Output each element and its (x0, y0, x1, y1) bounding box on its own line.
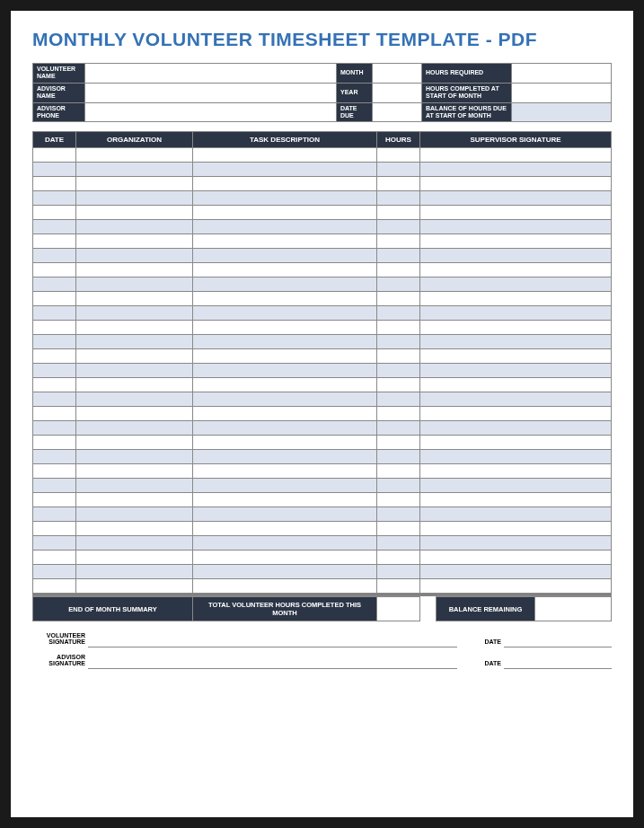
table-cell[interactable] (76, 206, 193, 220)
table-cell[interactable] (33, 507, 76, 522)
table-cell[interactable] (33, 436, 76, 450)
table-cell[interactable] (420, 321, 612, 335)
table-cell[interactable] (420, 249, 612, 263)
table-cell[interactable] (377, 479, 420, 493)
table-cell[interactable] (193, 536, 377, 551)
table-cell[interactable] (76, 450, 193, 464)
hours-required-field[interactable] (512, 64, 612, 84)
table-cell[interactable] (420, 148, 612, 163)
table-cell[interactable] (420, 177, 612, 191)
table-cell[interactable] (76, 407, 193, 421)
volunteer-name-field[interactable] (85, 64, 337, 84)
table-cell[interactable] (33, 407, 76, 421)
table-cell[interactable] (33, 148, 76, 163)
table-cell[interactable] (420, 507, 612, 522)
table-cell[interactable] (193, 191, 377, 206)
table-cell[interactable] (193, 579, 377, 594)
table-cell[interactable] (193, 450, 377, 464)
table-cell[interactable] (33, 392, 76, 407)
table-cell[interactable] (377, 392, 420, 407)
table-cell[interactable] (193, 493, 377, 507)
year-field[interactable] (373, 83, 422, 102)
table-cell[interactable] (377, 349, 420, 364)
table-cell[interactable] (420, 536, 612, 551)
table-cell[interactable] (377, 493, 420, 507)
advisor-phone-field[interactable] (85, 102, 337, 122)
table-cell[interactable] (76, 349, 193, 364)
table-cell[interactable] (420, 206, 612, 220)
table-cell[interactable] (33, 234, 76, 249)
table-cell[interactable] (377, 378, 420, 392)
table-cell[interactable] (420, 335, 612, 349)
table-cell[interactable] (377, 436, 420, 450)
table-cell[interactable] (420, 579, 612, 594)
table-cell[interactable] (33, 479, 76, 493)
table-cell[interactable] (193, 148, 377, 163)
table-cell[interactable] (377, 421, 420, 436)
table-cell[interactable] (33, 378, 76, 392)
table-cell[interactable] (193, 349, 377, 364)
table-cell[interactable] (377, 464, 420, 479)
table-cell[interactable] (33, 565, 76, 579)
table-cell[interactable] (420, 220, 612, 234)
volunteer-signature-line[interactable] (88, 630, 457, 647)
table-cell[interactable] (76, 579, 193, 594)
table-cell[interactable] (377, 292, 420, 306)
table-cell[interactable] (420, 234, 612, 249)
table-cell[interactable] (193, 321, 377, 335)
table-cell[interactable] (76, 306, 193, 321)
table-cell[interactable] (193, 364, 377, 378)
table-cell[interactable] (193, 407, 377, 421)
table-cell[interactable] (377, 163, 420, 177)
table-cell[interactable] (33, 292, 76, 306)
table-cell[interactable] (420, 464, 612, 479)
table-cell[interactable] (193, 177, 377, 191)
table-cell[interactable] (33, 191, 76, 206)
table-cell[interactable] (193, 464, 377, 479)
table-cell[interactable] (33, 220, 76, 234)
table-cell[interactable] (193, 206, 377, 220)
table-cell[interactable] (33, 551, 76, 565)
table-cell[interactable] (33, 277, 76, 292)
table-cell[interactable] (193, 378, 377, 392)
table-cell[interactable] (420, 407, 612, 421)
table-cell[interactable] (193, 551, 377, 565)
table-cell[interactable] (193, 565, 377, 579)
table-cell[interactable] (193, 522, 377, 536)
table-cell[interactable] (76, 522, 193, 536)
table-cell[interactable] (420, 450, 612, 464)
table-cell[interactable] (76, 421, 193, 436)
table-cell[interactable] (377, 306, 420, 321)
table-cell[interactable] (33, 493, 76, 507)
table-cell[interactable] (420, 551, 612, 565)
table-cell[interactable] (377, 220, 420, 234)
table-cell[interactable] (377, 148, 420, 163)
table-cell[interactable] (193, 163, 377, 177)
table-cell[interactable] (377, 565, 420, 579)
table-cell[interactable] (33, 177, 76, 191)
table-cell[interactable] (193, 507, 377, 522)
table-cell[interactable] (193, 392, 377, 407)
table-cell[interactable] (420, 436, 612, 450)
table-cell[interactable] (377, 191, 420, 206)
table-cell[interactable] (33, 421, 76, 436)
table-cell[interactable] (76, 234, 193, 249)
total-hours-field[interactable] (377, 597, 420, 621)
table-cell[interactable] (420, 163, 612, 177)
table-cell[interactable] (377, 249, 420, 263)
table-cell[interactable] (377, 206, 420, 220)
table-cell[interactable] (76, 148, 193, 163)
table-cell[interactable] (420, 364, 612, 378)
balance-remaining-field[interactable] (535, 597, 612, 621)
table-cell[interactable] (33, 579, 76, 594)
table-cell[interactable] (33, 206, 76, 220)
table-cell[interactable] (420, 421, 612, 436)
table-cell[interactable] (193, 277, 377, 292)
table-cell[interactable] (420, 565, 612, 579)
table-cell[interactable] (377, 234, 420, 249)
table-cell[interactable] (76, 249, 193, 263)
table-cell[interactable] (76, 378, 193, 392)
table-cell[interactable] (76, 364, 193, 378)
table-cell[interactable] (76, 392, 193, 407)
table-cell[interactable] (193, 421, 377, 436)
